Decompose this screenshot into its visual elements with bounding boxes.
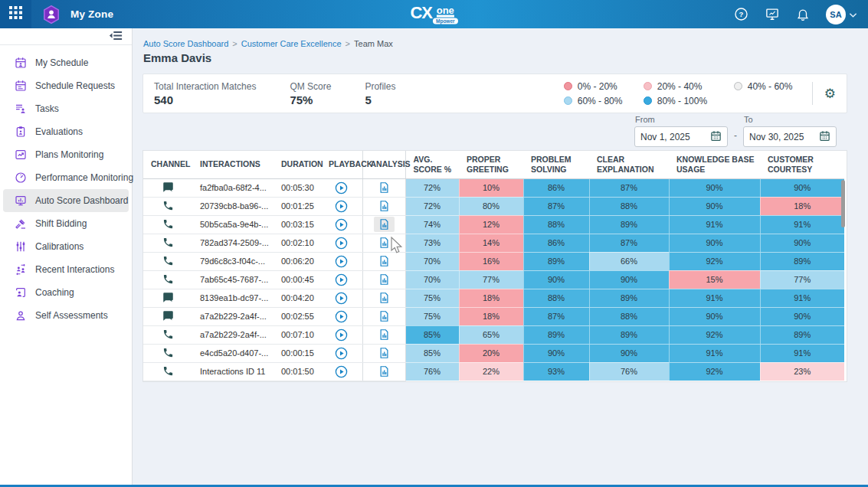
sidebar-item-schedule-requests[interactable]: Schedule Requests (3, 74, 129, 97)
stat-value: 540 (154, 93, 256, 106)
analysis-button[interactable] (374, 217, 395, 232)
play-button[interactable] (330, 309, 352, 325)
column-header-playback: PLAYBACK (321, 151, 362, 178)
help-icon[interactable]: ? (734, 7, 748, 21)
page-title: Emma Davis (143, 51, 868, 64)
user-menu[interactable]: SA (826, 5, 857, 25)
interaction-id-cell: 79d6c8c3-f04c-... (192, 252, 274, 270)
play-button[interactable] (330, 364, 352, 380)
legend-item-80-100-: 80% - 100% (644, 96, 729, 106)
sidebar-item-calibrations[interactable]: Calibrations (3, 235, 129, 258)
presentation-icon[interactable] (765, 7, 780, 21)
channel-cell (143, 344, 192, 362)
sidebar-item-recent-interactions[interactable]: Recent Interactions (3, 258, 129, 281)
sidebar-item-evaluations[interactable]: Evaluations (3, 120, 129, 143)
calendar-icon (710, 130, 722, 144)
play-button[interactable] (330, 235, 352, 251)
playback-cell (321, 344, 362, 362)
recent-interactions-icon (14, 263, 27, 276)
breadcrumb-separator: > (232, 39, 237, 48)
analysis-button[interactable] (374, 364, 395, 379)
duration-cell: 00:06:20 (274, 252, 321, 270)
analysis-button[interactable] (374, 253, 395, 269)
sidebar-item-label: Schedule Requests (35, 80, 115, 91)
svg-text:?: ? (739, 10, 744, 18)
analysis-button[interactable] (374, 180, 395, 195)
sidebar-item-performance-monitoring[interactable]: Performance Monitoring (3, 166, 129, 189)
from-date-input[interactable]: Nov 1, 2025 (634, 126, 728, 147)
score-range-legend: 0% - 20%20% - 40%40% - 60%60% - 80%80% -… (564, 80, 804, 107)
calendar-icon (819, 130, 830, 144)
breadcrumb-link[interactable]: Auto Score Dashboard (143, 39, 228, 48)
channel-cell (143, 325, 192, 344)
channel-cell (143, 215, 192, 234)
my-zone-app-icon[interactable] (41, 5, 61, 25)
score-cell: 70% (405, 252, 459, 270)
score-cell: 90% (669, 234, 760, 252)
stat-profiles: Profiles5 (365, 81, 395, 106)
analysis-button[interactable] (374, 327, 395, 342)
stat-value: 5 (365, 93, 395, 106)
score-cell: 87% (589, 178, 669, 197)
sidebar-item-my-schedule[interactable]: My Schedule (3, 51, 129, 74)
play-button[interactable] (330, 253, 352, 270)
app-launcher-button[interactable] (0, 0, 31, 28)
score-cell: 89% (760, 252, 844, 270)
score-cell: 16% (459, 252, 523, 270)
sidebar-item-label: Performance Monitoring (35, 172, 133, 183)
to-date-input[interactable]: Nov 30, 2025 (743, 126, 837, 147)
sidebar-item-coaching[interactable]: Coaching (3, 281, 129, 304)
sidebar-collapse-icon[interactable] (109, 30, 123, 44)
analysis-button[interactable] (374, 345, 395, 361)
sidebar-item-label: Calibrations (35, 241, 84, 252)
play-button[interactable] (330, 327, 352, 343)
tasks-icon (14, 103, 27, 116)
channel-cell (143, 252, 192, 270)
score-cell: 77% (760, 270, 844, 289)
analysis-button[interactable] (374, 198, 395, 214)
play-button[interactable] (330, 198, 352, 214)
score-cell: 75% (405, 307, 459, 325)
score-cell: 76% (589, 362, 669, 381)
breadcrumb-link[interactable]: Customer Care Excellence (241, 39, 342, 48)
score-cell: 88% (523, 289, 589, 307)
column-header-customer-courtesy: CUSTOMER COURTESY (760, 151, 844, 178)
sidebar-item-label: Recent Interactions (35, 264, 114, 275)
playback-cell (321, 178, 362, 197)
analysis-button[interactable] (374, 272, 395, 287)
notifications-bell-icon[interactable] (796, 7, 810, 21)
score-cell: 90% (760, 178, 844, 197)
score-cell: 22% (459, 362, 523, 381)
sidebar-item-plans-monitoring[interactable]: Plans Monitoring (3, 143, 129, 166)
channel-cell (143, 234, 192, 252)
score-cell: 12% (459, 215, 523, 234)
score-cell: 20% (459, 344, 523, 362)
analysis-cell (362, 362, 405, 381)
vertical-scrollbar[interactable] (841, 180, 845, 227)
summary-card: Total Interaction Matches540QM Score75%P… (142, 74, 847, 113)
analysis-button[interactable] (374, 235, 395, 250)
play-button[interactable] (330, 290, 352, 306)
column-header-interactions: INTERACTIONS (192, 151, 274, 178)
chat-icon (162, 314, 174, 323)
score-cell: 23% (760, 362, 844, 381)
sidebar-item-tasks[interactable]: Tasks (3, 97, 129, 120)
play-button[interactable] (330, 345, 352, 361)
sidebar-item-shift-bidding[interactable]: Shift Bidding (3, 212, 129, 235)
score-cell: 87% (523, 307, 589, 325)
legend-dot (644, 82, 652, 90)
settings-gear-icon[interactable]: ⚙ (824, 87, 836, 100)
play-button[interactable] (330, 272, 352, 288)
score-cell: 93% (523, 362, 589, 381)
sidebar-item-self-assessments[interactable]: Self Assessments (3, 304, 129, 327)
phone-icon (162, 332, 174, 342)
sidebar-item-auto-score-dashboard[interactable]: Auto Score Dashboard (3, 189, 129, 212)
analysis-button[interactable] (374, 309, 395, 324)
play-button[interactable] (330, 180, 352, 196)
score-cell: 18% (459, 289, 523, 307)
play-button[interactable] (330, 217, 352, 233)
interaction-id-cell: 782ad374-2509-... (192, 234, 274, 252)
analysis-button[interactable] (374, 290, 395, 306)
legend-label: 0% - 20% (578, 81, 617, 92)
breadcrumb: Auto Score Dashboard>Customer Care Excel… (143, 39, 868, 48)
